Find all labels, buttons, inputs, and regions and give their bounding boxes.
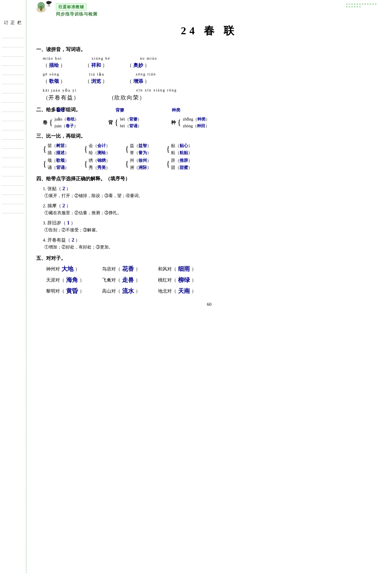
duizi-3-3: 地北对（ 天南 ） [158, 287, 204, 295]
question-2-text: 2. 揣摩（ 2 ） [43, 202, 382, 209]
correction-line [2, 186, 24, 195]
ci-item-1: 辞（推辞） [171, 158, 192, 163]
juan-item-1: juǎn（卷纸） [54, 116, 79, 122]
logo-area: 巨蛋标准教辅 同步指导训练与检测 [56, 3, 97, 17]
juan-answer-2: 卷子 [66, 124, 74, 128]
char-group-bei: 背 { bēi（背篓） bèi（背诵） [108, 116, 141, 129]
pinyin-1-1: miáo huì [43, 56, 62, 61]
section5-header: 五、对对子。 [36, 255, 382, 262]
question-3-text: 3. 辞旧岁（ 1 ） [43, 220, 382, 226]
zhou-item-2: 洲（洲际） [130, 165, 151, 170]
juan-items: juǎn（卷纸） juàn（卷子） [54, 116, 79, 129]
pinyin-row-1: miáo huì xiáng hé ào miào [36, 56, 382, 61]
correction-lines [0, 29, 26, 213]
answer-item-1-2: （ 祥和 ） [85, 62, 107, 69]
question-4-text: 4. 开卷有益（ 2 ） [43, 237, 382, 243]
compare-group-xiu: { 绣（锦绣） 秀（秀美） [84, 158, 120, 170]
xiu-item-1: 绣（锦绣） [89, 158, 110, 163]
answer-row-3: （ 开卷有益 ） （ 欣欣向荣 ） [36, 94, 382, 101]
answer-item-1-3: （ 奥妙 ） [127, 62, 149, 69]
compare-group-tie: { 贴（贴心） 粘（粘贴） [166, 143, 203, 156]
pinyin-2-1: gē sòng [43, 72, 60, 77]
answer-item-1-1: （ 描绘 ） [43, 62, 65, 69]
bei-answer-2: 背诵 [129, 124, 137, 128]
correction-line [2, 75, 24, 84]
duizi-3-2: 高山对（ 流水 ） [102, 287, 148, 295]
miao-item-2: 描（描述） [48, 150, 69, 156]
answer-row-2: （ 歌颂 ） （ 浏览 ） （ 增添 ） [36, 78, 382, 85]
pinyin-row-2: gē sòng liú lǎn zēng tiān [36, 72, 382, 77]
yi-item-1: 益（益智） [130, 143, 151, 148]
char-bei: 背 [108, 119, 113, 126]
juan-answer-1: 卷纸 [66, 117, 75, 121]
pinyin-2-3: zēng tiān [136, 72, 156, 77]
q4-explanation: ①增加；②好处，有好处；③更加。 [43, 244, 382, 250]
tie-item-1: 贴（贴心） [171, 143, 192, 148]
zhong-item-2: zhòng（种田） [183, 123, 210, 129]
correction-line [2, 38, 24, 47]
correction-label: 订 正 栏 [4, 20, 22, 26]
correction-line [2, 66, 24, 75]
pinyin-1-3: ào miào [140, 56, 157, 61]
brace-bei: { [115, 119, 118, 126]
song-item-1: 颂（歌颂） [48, 158, 69, 163]
compare-col-group-2: { 颂（歌颂） 诵（背诵） { 绣（锦绣） 秀（秀美） { [36, 158, 382, 170]
bei-item-2: bèi（背诵） [120, 123, 141, 129]
brace-zhong: { [177, 119, 181, 126]
svg-point-4 [49, 1, 52, 3]
correction-column: 订 正 栏 [0, 0, 26, 573]
compare-group-miao: { 苗（树苗） 描（描述） [43, 143, 79, 156]
correction-line [2, 167, 24, 176]
hui-item-1: 会（会计） [89, 143, 110, 148]
page-container: 订 正 栏 [0, 0, 392, 573]
brand-name: 巨蛋标准教辅 [56, 3, 86, 11]
correction-line [2, 130, 24, 140]
question-1-text: 1. 张贴（ 2 ） [43, 185, 382, 192]
duizi-1-2: 鸟语对（ 花香 ） [102, 265, 148, 273]
correction-line [2, 204, 24, 213]
compare-group-song: { 颂（歌颂） 诵（背诵） [43, 158, 79, 170]
q1-answer: 2 [62, 185, 65, 191]
q1-explanation: ①展开，打开；②铺排，陈设；③看，望；④量词。 [43, 193, 382, 198]
ci-item-2: 甜（甜蜜） [171, 165, 192, 170]
q3-answer: 1 [67, 220, 70, 226]
correction-line [2, 195, 24, 204]
answer-item-2-2: （ 浏览 ） [85, 78, 107, 85]
header-area: 巨蛋标准教辅 同步指导训练与检测 [36, 3, 382, 17]
bei-items: bēi（背篓） bèi（背诵） [120, 116, 141, 129]
section5: 五、对对子。 神州对 大地 ） 鸟语对（ 花香 ） 和风对（ 细雨 ） [36, 255, 382, 295]
section2-header: 二、给多音字组词。 [36, 106, 382, 113]
xiu-item-2: 秀（秀美） [89, 165, 110, 170]
pinyin-3-1: kāi juàn yǒu yì [43, 88, 77, 92]
char-juan: 卷 [43, 119, 47, 126]
q4-answer: 2 [72, 237, 74, 243]
yi-item-2: 誉（誉为） [130, 150, 151, 156]
section2: 二、给多音字组词。 卷 { juǎn（卷纸） juàn（卷子） [36, 106, 382, 128]
section3: 三、比一比，再组词。 { 苗（树苗） 描（描述） { 会（会计） 绘（测绘 [36, 133, 382, 170]
duizi-row-3: 黎明对（ 黄昏 ） 高山对（ 流水 ） 地北对（ 天南 ） [36, 287, 382, 295]
duizi-2-3: 桃红对（ 柳绿 ） [158, 276, 204, 284]
pinyin-2-2: liú lǎn [89, 72, 104, 77]
correction-line [2, 158, 24, 167]
duizi-2-2: 飞禽对（ 走兽 ） [102, 276, 148, 284]
correction-line [2, 29, 24, 38]
svg-line-6 [49, 4, 50, 7]
miao-item-1: 苗（树苗） [48, 143, 69, 148]
bei-item-1: bēi（背篓） [120, 116, 141, 122]
pinyin-3-2: xīn xīn xiàng róng [136, 88, 177, 92]
correction-line [2, 93, 24, 103]
duizi-row-2: 天涯对（ 海角 ） 飞禽对（ 走兽 ） 桃红对（ 柳绿 ） [36, 276, 382, 284]
juan-item-2: juàn（卷子） [54, 123, 79, 129]
question-2: 2. 揣摩（ 2 ） ①藏在衣服里；②估量，推测；③挣扎。 [36, 202, 382, 216]
duizi-1-1: 神州对 大地 ） [46, 265, 92, 273]
section4: 四、给带点字选择正确的解释。（填序号） 1. 张贴（ 2 ） ①展开，打开；②铺… [36, 175, 382, 250]
answer-row-1: （ 描绘 ） （ 祥和 ） （ 奥妙 ） [36, 62, 382, 69]
compare-group-ci: { 辞（推辞） 甜（甜蜜） [166, 158, 203, 170]
svg-point-2 [37, 2, 45, 9]
correction-line [2, 112, 24, 121]
duizi-1-3: 和风对（ 细雨 ） [158, 265, 204, 273]
section1-header: 一、读拼音，写词语。 [36, 46, 382, 53]
page-title: 24 春 联 [36, 23, 382, 38]
question-4: 4. 开卷有益（ 2 ） ①增加；②好处，有好处；③更加。 [36, 237, 382, 250]
question-1: 1. 张贴（ 2 ） ①展开，打开；②铺排，陈设；③看，望；④量词。 [36, 185, 382, 198]
